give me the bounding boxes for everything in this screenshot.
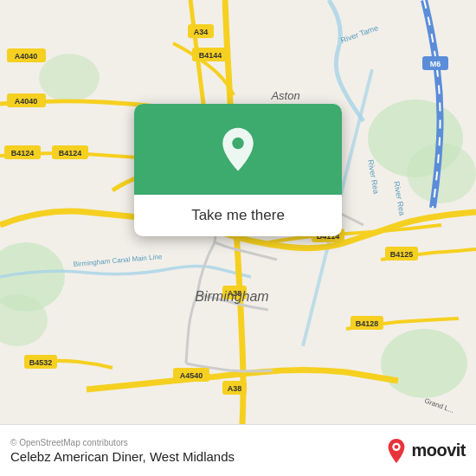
svg-text:A38: A38 xyxy=(228,384,242,393)
svg-text:A4040: A4040 xyxy=(15,97,38,106)
svg-text:B4124: B4124 xyxy=(59,149,82,158)
popup-header xyxy=(134,104,342,195)
svg-text:A4540: A4540 xyxy=(180,371,203,380)
svg-point-5 xyxy=(381,329,467,398)
take-me-there-button[interactable]: Take me there xyxy=(191,207,285,224)
moovit-pin-icon xyxy=(385,438,408,464)
svg-text:Birmingham: Birmingham xyxy=(195,289,268,304)
svg-point-46 xyxy=(395,444,399,448)
svg-point-6 xyxy=(39,54,100,102)
svg-text:B4125: B4125 xyxy=(390,250,414,259)
svg-text:B4532: B4532 xyxy=(29,358,53,367)
svg-point-44 xyxy=(232,137,244,149)
svg-text:M6: M6 xyxy=(430,60,441,68)
location-pin-icon xyxy=(215,126,261,173)
svg-text:B4144: B4144 xyxy=(199,51,222,60)
map-area[interactable]: A4040 A4040 A34 B4124 B4124 B4144 Aston … xyxy=(0,0,476,424)
svg-text:A34: A34 xyxy=(194,28,209,36)
footer: © OpenStreetMap contributors Celebz Amer… xyxy=(0,424,476,476)
svg-text:B4128: B4128 xyxy=(356,319,379,328)
svg-text:A4040: A4040 xyxy=(15,52,38,61)
moovit-logo: moovit xyxy=(385,438,466,464)
svg-text:B4124: B4124 xyxy=(11,149,35,158)
moovit-brand-text: moovit xyxy=(411,441,466,460)
popup-action[interactable]: Take me there xyxy=(134,195,342,236)
svg-text:Aston: Aston xyxy=(270,89,299,102)
location-popup: Take me there xyxy=(134,104,342,236)
